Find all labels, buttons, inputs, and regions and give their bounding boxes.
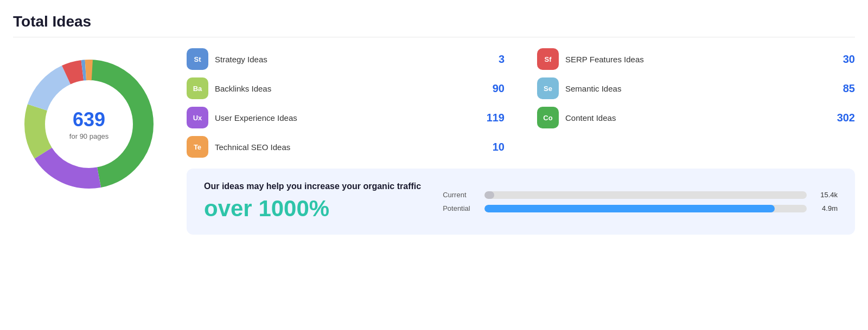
right-panel: StStrategy Ideas3SfSERP Features Ideas30…: [187, 48, 855, 235]
idea-badge: Ux: [187, 107, 208, 128]
idea-badge: Se: [537, 77, 559, 99]
bar-fill: [484, 205, 774, 212]
main-content: 639 for 90 pages StStrategy Ideas3SfSERP…: [13, 48, 855, 235]
bar-row: Current15.4k: [443, 191, 838, 199]
idea-row: SeSemantic Ideas85: [537, 77, 855, 99]
idea-label: SERP Features Ideas: [565, 55, 827, 64]
idea-count: 90: [483, 82, 505, 95]
idea-row: CoContent Ideas302: [537, 107, 855, 128]
idea-badge: Ba: [187, 77, 208, 99]
donut-total: 639: [69, 108, 108, 131]
idea-row: BaBacklinks Ideas90: [187, 77, 505, 99]
donut-chart: 639 for 90 pages: [13, 48, 165, 200]
info-box: Our ideas may help you increase your org…: [187, 169, 855, 235]
idea-badge: St: [187, 48, 208, 70]
idea-label: Strategy Ideas: [215, 55, 476, 64]
bar-row: Potential4.9m: [443, 204, 838, 212]
donut-center: 639 for 90 pages: [69, 108, 108, 140]
info-percent: over 1000%: [204, 196, 421, 222]
bar-track: [484, 205, 807, 212]
idea-label: User Experience Ideas: [215, 113, 476, 122]
idea-row: StStrategy Ideas3: [187, 48, 505, 70]
info-headline: Our ideas may help you increase your org…: [204, 182, 421, 191]
idea-badge: Te: [187, 136, 208, 158]
bar-value: 4.9m: [813, 204, 838, 212]
ideas-grid: StStrategy Ideas3SfSERP Features Ideas30…: [187, 48, 855, 158]
bar-fill: [484, 191, 494, 199]
idea-row: SfSERP Features Ideas30: [537, 48, 855, 70]
idea-count: 3: [483, 53, 505, 66]
idea-badge: Sf: [537, 48, 559, 70]
idea-label: Technical SEO Ideas: [215, 143, 476, 152]
info-left: Our ideas may help you increase your org…: [204, 182, 421, 222]
idea-count: 119: [483, 112, 505, 124]
idea-count: 85: [833, 82, 855, 95]
donut-subtitle: for 90 pages: [69, 132, 108, 140]
info-bars: Current15.4kPotential4.9m: [443, 191, 838, 212]
idea-row: UxUser Experience Ideas119: [187, 107, 505, 128]
idea-label: Semantic Ideas: [565, 84, 827, 93]
idea-label: Content Ideas: [565, 113, 827, 122]
bar-track: [484, 191, 807, 199]
bar-label: Current: [443, 191, 478, 199]
bar-label: Potential: [443, 204, 478, 212]
idea-label: Backlinks Ideas: [215, 84, 476, 93]
idea-count: 10: [483, 141, 505, 153]
page-title: Total Ideas: [13, 13, 855, 37]
idea-count: 30: [833, 53, 855, 66]
bar-value: 15.4k: [813, 191, 838, 199]
idea-count: 302: [833, 112, 855, 124]
idea-badge: Co: [537, 107, 559, 128]
idea-row: TeTechnical SEO Ideas10: [187, 136, 505, 158]
